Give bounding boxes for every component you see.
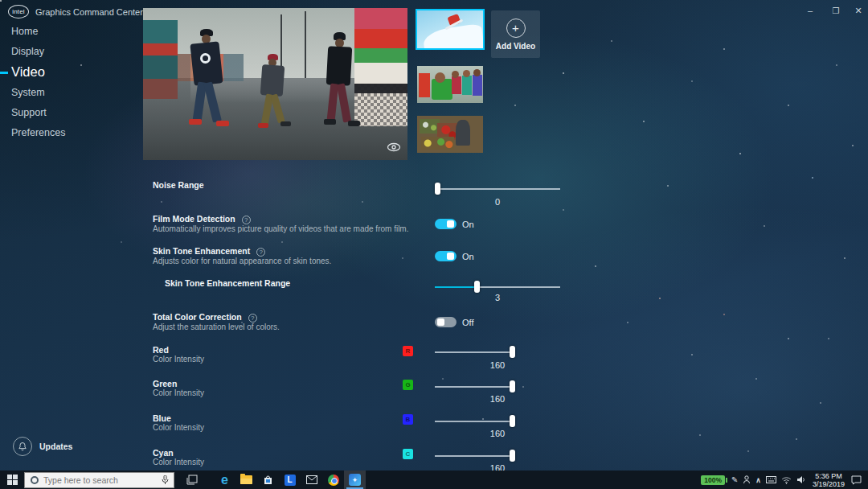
film-mode-label: Film Mode Detection? xyxy=(153,214,251,224)
video-thumbnail-market[interactable] xyxy=(417,116,483,153)
battery-percent-badge: 100% xyxy=(701,475,725,485)
slider-knob[interactable] xyxy=(510,346,515,358)
green-sublabel: Color Intensity xyxy=(153,388,204,397)
thumbnail-art xyxy=(473,75,482,96)
minimize-button[interactable]: – xyxy=(800,3,820,18)
skin-tone-toggle[interactable] xyxy=(435,251,457,261)
red-label: Red xyxy=(153,345,169,355)
slider-track[interactable] xyxy=(435,386,515,388)
slider-knob[interactable] xyxy=(474,281,480,293)
skin-tone-range-value: 3 xyxy=(435,293,560,302)
battery-indicator[interactable]: 100% xyxy=(698,471,729,489)
slider-track[interactable] xyxy=(435,351,515,353)
preview-visibility-eye-icon[interactable] xyxy=(387,141,401,155)
updates-button[interactable]: Updates xyxy=(13,437,72,456)
touch-keyboard-icon[interactable] xyxy=(764,471,779,489)
close-button[interactable]: ✕ xyxy=(849,3,868,18)
preview-art xyxy=(143,20,178,99)
windows-taskbar: e L ✦ 100% ✎ ∧ xyxy=(0,471,868,489)
dancer-figure xyxy=(186,29,234,158)
thumbnail-art xyxy=(463,70,470,77)
slider-fill xyxy=(435,286,477,288)
skin-tone-label-text: Skin Tone Enhancement xyxy=(153,246,250,256)
slider-track[interactable] xyxy=(435,421,515,422)
taskbar-store-button[interactable] xyxy=(257,471,279,489)
chevron-up-icon[interactable]: ∧ xyxy=(753,471,764,489)
bell-icon xyxy=(13,437,32,456)
blue-intensity-slider[interactable] xyxy=(435,415,515,428)
start-button[interactable] xyxy=(0,471,24,489)
red-sublabel: Color Intensity xyxy=(153,355,204,364)
slider-track[interactable] xyxy=(435,455,515,457)
chrome-icon xyxy=(328,475,339,486)
skin-tone-state: On xyxy=(462,252,474,261)
sidebar-item-support[interactable]: Support xyxy=(11,107,47,118)
toggle-knob xyxy=(437,318,444,326)
plus-icon: + xyxy=(506,18,526,38)
volume-icon[interactable] xyxy=(794,471,809,489)
toggle-knob xyxy=(447,220,454,228)
action-center-icon[interactable] xyxy=(849,471,868,489)
slider-knob[interactable] xyxy=(510,415,515,427)
app-l-icon: L xyxy=(285,475,296,486)
green-intensity-slider[interactable] xyxy=(435,380,515,393)
maximize-button[interactable]: ❐ xyxy=(826,3,845,18)
film-mode-toggle[interactable] xyxy=(435,219,457,229)
sidebar-item-system[interactable]: System xyxy=(11,87,45,98)
dancer-figure xyxy=(256,54,297,150)
sidebar-item-home[interactable]: Home xyxy=(11,26,38,37)
video-thumbnail-group[interactable] xyxy=(417,66,483,103)
total-color-correction-toggle[interactable] xyxy=(435,317,457,327)
sidebar-item-display[interactable]: Display xyxy=(11,46,44,57)
search-input[interactable] xyxy=(43,475,148,485)
thumbnail-art xyxy=(419,73,430,97)
total-color-correction-description: Adjust the saturation level of colors. xyxy=(153,323,280,331)
help-icon[interactable]: ? xyxy=(248,314,257,323)
taskbar-mail-button[interactable] xyxy=(301,471,322,489)
video-thumbnail-snowboarder[interactable] xyxy=(417,10,483,48)
clock-date: 3/19/2019 xyxy=(813,480,845,488)
video-preview[interactable] xyxy=(143,8,407,160)
intel-logo: intel xyxy=(8,5,29,18)
microphone-icon[interactable] xyxy=(162,475,169,485)
taskbar-file-explorer-button[interactable] xyxy=(235,471,257,489)
cortana-icon xyxy=(31,476,39,484)
tray-app-icon[interactable] xyxy=(740,471,753,489)
film-mode-state: On xyxy=(462,220,474,229)
film-mode-description: Automatically improves picture quality o… xyxy=(153,224,408,233)
slider-knob[interactable] xyxy=(510,380,515,392)
slider-knob[interactable] xyxy=(510,450,515,462)
red-intensity-slider[interactable] xyxy=(435,346,515,359)
taskbar-edge-button[interactable]: e xyxy=(214,471,235,489)
noise-range-slider[interactable] xyxy=(435,183,560,195)
add-video-button[interactable]: + Add Video xyxy=(491,10,540,58)
app-window: intel Graphics Command Center – ❐ ✕ Home… xyxy=(0,0,868,471)
sidebar-item-preferences[interactable]: Preferences xyxy=(11,127,65,138)
clock-time: 5:36 PM xyxy=(815,472,842,480)
total-color-correction-label: Total Color Correction? xyxy=(153,312,257,323)
skin-tone-range-slider[interactable] xyxy=(435,281,560,294)
network-wifi-icon[interactable] xyxy=(779,471,794,489)
cyan-intensity-slider[interactable] xyxy=(435,450,515,462)
windows-logo-icon xyxy=(7,475,18,485)
sidebar-item-video[interactable]: Video xyxy=(11,64,45,80)
slider-knob[interactable] xyxy=(435,183,440,195)
taskbar-gcc-button-active[interactable]: ✦ xyxy=(344,471,366,489)
pen-icon[interactable]: ✎ xyxy=(729,471,740,489)
help-icon[interactable]: ? xyxy=(242,216,251,224)
mail-icon xyxy=(306,475,317,484)
toggle-knob xyxy=(447,253,454,260)
red-color-swatch: R xyxy=(403,346,413,356)
cyan-color-swatch: C xyxy=(403,449,413,459)
updates-label: Updates xyxy=(39,442,72,451)
taskbar-clock[interactable]: 5:36 PM 3/19/2019 xyxy=(809,472,849,488)
thumbnail-art xyxy=(452,71,459,78)
help-icon[interactable]: ? xyxy=(256,248,265,257)
taskbar-chrome-button[interactable] xyxy=(322,471,344,489)
taskbar-app-l-button[interactable]: L xyxy=(279,471,301,489)
graphics-command-center-icon: ✦ xyxy=(349,474,361,486)
task-view-button[interactable] xyxy=(181,471,203,489)
slider-track[interactable] xyxy=(435,188,560,190)
blue-color-swatch: B xyxy=(403,414,413,425)
taskbar-search-box[interactable] xyxy=(24,472,174,488)
